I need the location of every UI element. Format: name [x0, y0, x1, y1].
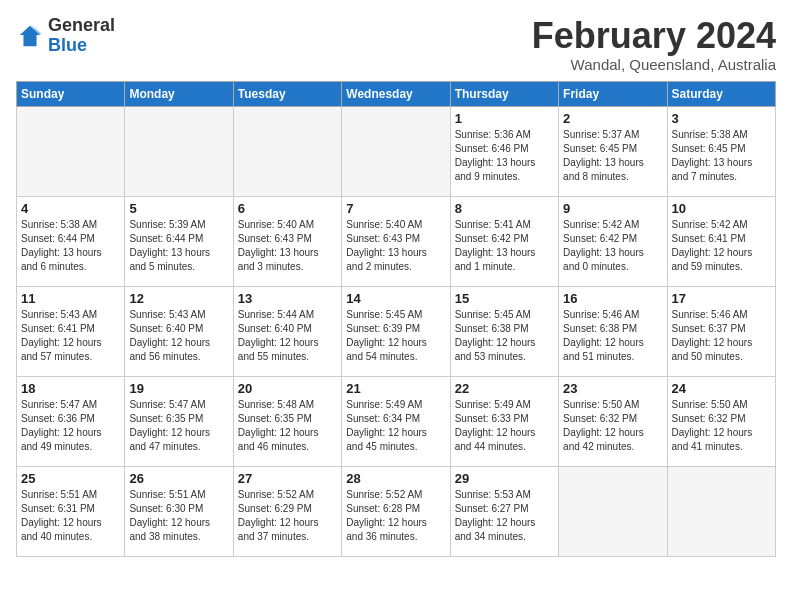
weekday-header-thursday: Thursday — [450, 81, 558, 106]
day-number: 2 — [563, 111, 662, 126]
weekday-header-saturday: Saturday — [667, 81, 775, 106]
day-number: 8 — [455, 201, 554, 216]
weekday-header-wednesday: Wednesday — [342, 81, 450, 106]
day-number: 16 — [563, 291, 662, 306]
day-info: Sunrise: 5:36 AMSunset: 6:46 PMDaylight:… — [455, 128, 554, 184]
week-row-1: 1Sunrise: 5:36 AMSunset: 6:46 PMDaylight… — [17, 106, 776, 196]
calendar-cell: 25Sunrise: 5:51 AMSunset: 6:31 PMDayligh… — [17, 466, 125, 556]
header: General Blue February 2024 Wandal, Queen… — [16, 16, 776, 73]
calendar-cell: 7Sunrise: 5:40 AMSunset: 6:43 PMDaylight… — [342, 196, 450, 286]
logo-general-text: General — [48, 15, 115, 35]
day-number: 6 — [238, 201, 337, 216]
day-number: 1 — [455, 111, 554, 126]
day-number: 15 — [455, 291, 554, 306]
day-info: Sunrise: 5:38 AMSunset: 6:44 PMDaylight:… — [21, 218, 120, 274]
calendar-cell: 13Sunrise: 5:44 AMSunset: 6:40 PMDayligh… — [233, 286, 341, 376]
calendar-cell — [667, 466, 775, 556]
calendar-cell: 26Sunrise: 5:51 AMSunset: 6:30 PMDayligh… — [125, 466, 233, 556]
calendar-cell: 21Sunrise: 5:49 AMSunset: 6:34 PMDayligh… — [342, 376, 450, 466]
day-info: Sunrise: 5:50 AMSunset: 6:32 PMDaylight:… — [672, 398, 771, 454]
day-info: Sunrise: 5:48 AMSunset: 6:35 PMDaylight:… — [238, 398, 337, 454]
day-info: Sunrise: 5:39 AMSunset: 6:44 PMDaylight:… — [129, 218, 228, 274]
calendar-cell: 8Sunrise: 5:41 AMSunset: 6:42 PMDaylight… — [450, 196, 558, 286]
day-number: 11 — [21, 291, 120, 306]
weekday-header-sunday: Sunday — [17, 81, 125, 106]
day-info: Sunrise: 5:37 AMSunset: 6:45 PMDaylight:… — [563, 128, 662, 184]
day-info: Sunrise: 5:45 AMSunset: 6:39 PMDaylight:… — [346, 308, 445, 364]
location: Wandal, Queensland, Australia — [532, 56, 776, 73]
calendar-cell: 12Sunrise: 5:43 AMSunset: 6:40 PMDayligh… — [125, 286, 233, 376]
calendar-cell: 29Sunrise: 5:53 AMSunset: 6:27 PMDayligh… — [450, 466, 558, 556]
day-number: 18 — [21, 381, 120, 396]
weekday-header-monday: Monday — [125, 81, 233, 106]
day-info: Sunrise: 5:49 AMSunset: 6:33 PMDaylight:… — [455, 398, 554, 454]
calendar-cell: 27Sunrise: 5:52 AMSunset: 6:29 PMDayligh… — [233, 466, 341, 556]
calendar-cell: 6Sunrise: 5:40 AMSunset: 6:43 PMDaylight… — [233, 196, 341, 286]
title-area: February 2024 Wandal, Queensland, Austra… — [532, 16, 776, 73]
day-info: Sunrise: 5:51 AMSunset: 6:30 PMDaylight:… — [129, 488, 228, 544]
day-number: 28 — [346, 471, 445, 486]
logo: General Blue — [16, 16, 115, 56]
day-info: Sunrise: 5:41 AMSunset: 6:42 PMDaylight:… — [455, 218, 554, 274]
day-info: Sunrise: 5:42 AMSunset: 6:41 PMDaylight:… — [672, 218, 771, 274]
calendar-cell: 11Sunrise: 5:43 AMSunset: 6:41 PMDayligh… — [17, 286, 125, 376]
day-number: 29 — [455, 471, 554, 486]
logo-blue-text: Blue — [48, 35, 87, 55]
day-number: 22 — [455, 381, 554, 396]
day-info: Sunrise: 5:45 AMSunset: 6:38 PMDaylight:… — [455, 308, 554, 364]
day-number: 4 — [21, 201, 120, 216]
day-info: Sunrise: 5:47 AMSunset: 6:35 PMDaylight:… — [129, 398, 228, 454]
day-number: 21 — [346, 381, 445, 396]
calendar-cell: 9Sunrise: 5:42 AMSunset: 6:42 PMDaylight… — [559, 196, 667, 286]
day-number: 7 — [346, 201, 445, 216]
day-info: Sunrise: 5:40 AMSunset: 6:43 PMDaylight:… — [238, 218, 337, 274]
calendar-cell: 10Sunrise: 5:42 AMSunset: 6:41 PMDayligh… — [667, 196, 775, 286]
week-row-4: 18Sunrise: 5:47 AMSunset: 6:36 PMDayligh… — [17, 376, 776, 466]
day-number: 25 — [21, 471, 120, 486]
day-info: Sunrise: 5:40 AMSunset: 6:43 PMDaylight:… — [346, 218, 445, 274]
day-number: 17 — [672, 291, 771, 306]
calendar-cell — [125, 106, 233, 196]
calendar-cell: 28Sunrise: 5:52 AMSunset: 6:28 PMDayligh… — [342, 466, 450, 556]
calendar-cell: 23Sunrise: 5:50 AMSunset: 6:32 PMDayligh… — [559, 376, 667, 466]
day-info: Sunrise: 5:52 AMSunset: 6:28 PMDaylight:… — [346, 488, 445, 544]
day-number: 27 — [238, 471, 337, 486]
day-info: Sunrise: 5:46 AMSunset: 6:38 PMDaylight:… — [563, 308, 662, 364]
svg-marker-0 — [20, 26, 41, 47]
day-info: Sunrise: 5:51 AMSunset: 6:31 PMDaylight:… — [21, 488, 120, 544]
day-info: Sunrise: 5:42 AMSunset: 6:42 PMDaylight:… — [563, 218, 662, 274]
calendar-cell: 16Sunrise: 5:46 AMSunset: 6:38 PMDayligh… — [559, 286, 667, 376]
day-number: 9 — [563, 201, 662, 216]
day-number: 13 — [238, 291, 337, 306]
calendar-cell: 14Sunrise: 5:45 AMSunset: 6:39 PMDayligh… — [342, 286, 450, 376]
day-number: 26 — [129, 471, 228, 486]
calendar-cell: 4Sunrise: 5:38 AMSunset: 6:44 PMDaylight… — [17, 196, 125, 286]
calendar-table: SundayMondayTuesdayWednesdayThursdayFrid… — [16, 81, 776, 557]
calendar-cell: 15Sunrise: 5:45 AMSunset: 6:38 PMDayligh… — [450, 286, 558, 376]
calendar-cell — [342, 106, 450, 196]
calendar-cell: 22Sunrise: 5:49 AMSunset: 6:33 PMDayligh… — [450, 376, 558, 466]
day-info: Sunrise: 5:38 AMSunset: 6:45 PMDaylight:… — [672, 128, 771, 184]
day-number: 20 — [238, 381, 337, 396]
day-number: 3 — [672, 111, 771, 126]
day-info: Sunrise: 5:52 AMSunset: 6:29 PMDaylight:… — [238, 488, 337, 544]
day-number: 5 — [129, 201, 228, 216]
month-title: February 2024 — [532, 16, 776, 56]
calendar-cell: 5Sunrise: 5:39 AMSunset: 6:44 PMDaylight… — [125, 196, 233, 286]
day-number: 14 — [346, 291, 445, 306]
day-info: Sunrise: 5:47 AMSunset: 6:36 PMDaylight:… — [21, 398, 120, 454]
calendar-cell: 20Sunrise: 5:48 AMSunset: 6:35 PMDayligh… — [233, 376, 341, 466]
week-row-2: 4Sunrise: 5:38 AMSunset: 6:44 PMDaylight… — [17, 196, 776, 286]
day-info: Sunrise: 5:46 AMSunset: 6:37 PMDaylight:… — [672, 308, 771, 364]
calendar-cell: 1Sunrise: 5:36 AMSunset: 6:46 PMDaylight… — [450, 106, 558, 196]
calendar-cell — [17, 106, 125, 196]
calendar-cell: 24Sunrise: 5:50 AMSunset: 6:32 PMDayligh… — [667, 376, 775, 466]
day-info: Sunrise: 5:50 AMSunset: 6:32 PMDaylight:… — [563, 398, 662, 454]
calendar-cell: 18Sunrise: 5:47 AMSunset: 6:36 PMDayligh… — [17, 376, 125, 466]
calendar-cell: 19Sunrise: 5:47 AMSunset: 6:35 PMDayligh… — [125, 376, 233, 466]
day-number: 23 — [563, 381, 662, 396]
calendar-cell — [559, 466, 667, 556]
week-row-5: 25Sunrise: 5:51 AMSunset: 6:31 PMDayligh… — [17, 466, 776, 556]
week-row-3: 11Sunrise: 5:43 AMSunset: 6:41 PMDayligh… — [17, 286, 776, 376]
day-info: Sunrise: 5:43 AMSunset: 6:41 PMDaylight:… — [21, 308, 120, 364]
